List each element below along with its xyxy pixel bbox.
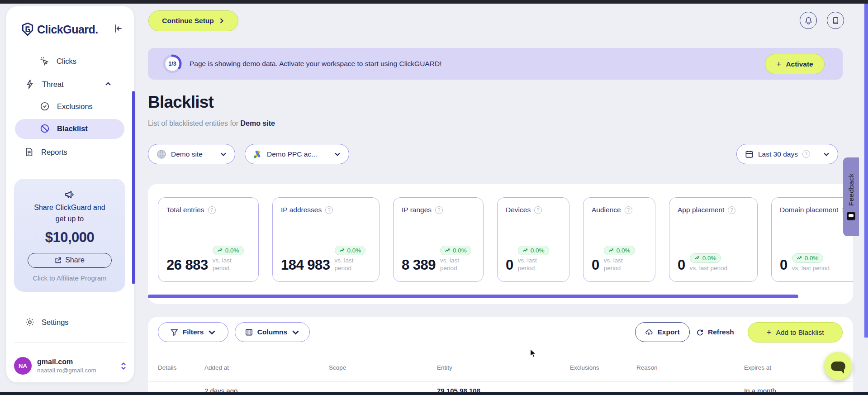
site-selector[interactable]: Demo site bbox=[148, 144, 235, 164]
sidebar-item-label: Exclusions bbox=[57, 102, 93, 111]
account-switcher[interactable]: NA gmail.com naatali.ro@gmail.com bbox=[14, 357, 127, 375]
sidebar-collapse-icon[interactable] bbox=[112, 23, 124, 34]
stat-caption: vs. last period bbox=[518, 257, 544, 272]
help-icon[interactable]: ? bbox=[435, 206, 443, 214]
stat-card-total-entries: Total entries? 26 883 0.0% vs. last peri… bbox=[158, 197, 259, 282]
continue-setup-label: Continue Setup bbox=[162, 17, 214, 25]
help-icon[interactable]: ? bbox=[325, 206, 333, 214]
page-vertical-scrollbar[interactable] bbox=[864, 4, 868, 338]
help-icon[interactable]: ? bbox=[534, 206, 542, 214]
help-icon[interactable]: ? bbox=[208, 206, 216, 214]
unfold-chevrons-icon bbox=[120, 362, 127, 370]
add-to-blacklist-button[interactable]: + Add to Blacklist bbox=[748, 322, 843, 343]
help-icon[interactable]: ? bbox=[625, 206, 632, 214]
stat-delta-badge: 0.0% bbox=[604, 246, 635, 255]
feedback-chat-icon bbox=[847, 212, 855, 220]
share-button[interactable]: Share bbox=[28, 253, 112, 268]
stat-caption: vs. last period bbox=[690, 264, 727, 272]
feedback-label: Feedback bbox=[847, 173, 855, 206]
date-range-selector[interactable]: Last 30 days ? bbox=[736, 144, 838, 164]
account-email: naatali.ro@gmail.com bbox=[37, 367, 96, 374]
avatar: NA bbox=[14, 357, 32, 375]
activate-button[interactable]: + Activate bbox=[765, 54, 825, 74]
sidebar-item-clicks[interactable]: Clicks bbox=[39, 56, 76, 66]
demo-data-banner: 1/3 Page is showing demo data. Activate … bbox=[148, 48, 843, 80]
continue-setup-button[interactable]: Continue Setup bbox=[148, 10, 238, 31]
activate-label: Activate bbox=[786, 60, 813, 68]
notifications-button[interactable] bbox=[800, 12, 817, 29]
export-button[interactable]: Export bbox=[635, 322, 690, 342]
stat-value: 0 bbox=[678, 257, 685, 273]
cloud-download-icon bbox=[645, 328, 653, 336]
badge-check-icon bbox=[40, 101, 50, 111]
sidebar-item-settings[interactable]: Settings bbox=[25, 317, 69, 327]
promo-text-line1: Share ClickGuard and bbox=[14, 202, 125, 214]
trend-up-icon bbox=[694, 255, 700, 261]
column-header-expires-at[interactable]: Expires at bbox=[744, 364, 771, 371]
stat-label: Devices bbox=[506, 206, 531, 214]
sidebar-item-threat[interactable]: Threat bbox=[25, 79, 112, 89]
column-header-scope[interactable]: Scope bbox=[329, 364, 346, 371]
refresh-button[interactable]: Refresh bbox=[696, 322, 734, 342]
stat-card-ip-ranges: IP ranges? 8 389 0.0% vs. last period bbox=[393, 197, 484, 282]
table-header-divider bbox=[148, 381, 853, 382]
bell-icon bbox=[804, 16, 813, 25]
column-header-details[interactable]: Details bbox=[158, 364, 176, 371]
column-header-exclusions[interactable]: Exclusions bbox=[570, 364, 599, 371]
lightning-icon bbox=[25, 79, 35, 89]
refresh-icon bbox=[696, 328, 704, 336]
sidebar-item-reports[interactable]: Reports bbox=[24, 147, 67, 157]
stat-label: IP ranges bbox=[402, 206, 432, 214]
columns-dropdown[interactable]: Columns bbox=[235, 322, 310, 342]
page-subtitle: List of blacklisted entities for Demo si… bbox=[148, 119, 275, 128]
help-icon[interactable]: ? bbox=[728, 206, 735, 214]
stat-value: 184 983 bbox=[281, 257, 330, 273]
subtitle-site-name: Demo site bbox=[241, 119, 275, 127]
column-header-reason[interactable]: Reason bbox=[636, 364, 658, 371]
export-label: Export bbox=[657, 328, 679, 336]
site-selector-value: Demo site bbox=[171, 150, 203, 158]
trend-up-icon bbox=[608, 247, 614, 253]
stat-value: 0 bbox=[592, 257, 599, 273]
mouse-cursor bbox=[528, 348, 538, 358]
window-bottom-edge bbox=[0, 392, 868, 395]
setup-progress-label: 1/3 bbox=[162, 54, 182, 74]
ppc-account-selector[interactable]: Demo PPC ac... bbox=[245, 144, 349, 164]
cell-expires-at: In a month bbox=[744, 387, 776, 392]
trend-up-icon bbox=[339, 247, 345, 253]
plus-icon: + bbox=[766, 328, 771, 337]
clickguard-shield-icon bbox=[22, 23, 33, 36]
feedback-tab[interactable]: Feedback bbox=[843, 157, 859, 236]
stat-caption: vs. last period bbox=[440, 257, 466, 272]
page-title: Blacklist bbox=[148, 93, 213, 112]
affiliate-promo-card[interactable]: Share ClickGuard and get up to $10,000 S… bbox=[14, 179, 125, 292]
column-header-entity[interactable]: Entity bbox=[437, 364, 452, 371]
stat-delta-badge: 0.0% bbox=[690, 253, 721, 263]
trend-up-icon bbox=[445, 247, 451, 253]
columns-icon bbox=[245, 328, 253, 336]
columns-label: Columns bbox=[257, 328, 287, 336]
stat-delta-badge: 0.0% bbox=[792, 253, 823, 263]
sidebar-item-blacklist[interactable]: Blacklist bbox=[40, 124, 88, 133]
stat-card-domain-placement: Domain placement? 0 0.0% vs. last period bbox=[771, 197, 853, 282]
affiliate-caption: Click to Affiliate Program bbox=[14, 274, 125, 282]
chevron-up-icon bbox=[104, 81, 112, 88]
refresh-label: Refresh bbox=[708, 328, 734, 336]
banner-message: Page is showing demo data. Activate your… bbox=[190, 60, 441, 68]
promo-text-line2: get up to bbox=[14, 214, 125, 225]
docs-button[interactable] bbox=[827, 12, 844, 29]
sidebar-scrollbar[interactable] bbox=[132, 91, 135, 284]
column-header-added-at[interactable]: Added at bbox=[204, 364, 229, 371]
ppc-selector-value: Demo PPC ac... bbox=[267, 150, 317, 158]
account-name: gmail.com bbox=[37, 358, 96, 366]
megaphone-icon bbox=[64, 189, 76, 200]
stat-caption: vs. last period bbox=[213, 257, 239, 272]
chat-widget-button[interactable] bbox=[824, 352, 852, 380]
sidebar: ClickGuard. Clicks Threat Exclusions Bla… bbox=[6, 6, 134, 382]
sidebar-item-label: Reports bbox=[41, 148, 67, 157]
stat-label: Audience bbox=[592, 206, 621, 214]
help-icon: ? bbox=[802, 150, 810, 158]
stats-horizontal-scrollbar[interactable] bbox=[148, 295, 798, 298]
filters-dropdown[interactable]: Filters bbox=[158, 322, 228, 342]
sidebar-item-exclusions[interactable]: Exclusions bbox=[40, 101, 93, 111]
